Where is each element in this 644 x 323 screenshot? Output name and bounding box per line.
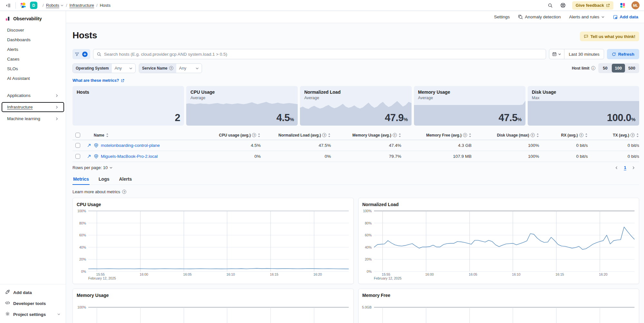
sort-icon[interactable] (106, 133, 109, 137)
kpi-tile-disk-usage[interactable]: Disk UsageMax100.0% (528, 86, 639, 126)
space-badge[interactable]: D (30, 2, 37, 9)
kpi-tile-memory-usage[interactable]: Memory UsageAverage47.5% (414, 86, 525, 126)
kpi-tile-normalized-load[interactable]: Normalized LoadAverage47.9% (300, 86, 411, 126)
sidebar-item-cases[interactable]: Cases (2, 54, 64, 64)
help-icon[interactable] (559, 2, 567, 9)
calendar-button[interactable] (549, 49, 564, 59)
learn-more-link[interactable]: Learn more about metrics ? (72, 189, 126, 194)
sidebar-item-slos[interactable]: SLOs (2, 64, 64, 73)
elastic-logo[interactable] (19, 2, 27, 9)
chart-plot-area[interactable] (88, 302, 349, 323)
kpi-tile-cpu-usage[interactable]: CPU UsageAverage4.5% (186, 86, 298, 126)
row-checkbox[interactable] (75, 154, 80, 159)
page-actions-bar: Settings Anomaly detection Alerts and ru… (66, 11, 644, 23)
chart-plot-area[interactable] (374, 302, 635, 323)
host-name-link[interactable]: motelonboarding-control-plane (101, 143, 160, 148)
breadcrumb-label: Robots (46, 3, 59, 8)
sort-icon[interactable] (636, 133, 639, 137)
chart-plot-area[interactable] (374, 211, 635, 271)
column-header-cpu-usage-avg-[interactable]: CPU usage (avg.)? (190, 133, 261, 138)
sidebar-item-machine-learning[interactable]: Machine learning (2, 114, 64, 123)
search-icon[interactable] (546, 2, 554, 9)
column-header-tx-avg-[interactable]: TX (avg.)? (588, 133, 639, 138)
kpi-unit: % (290, 117, 294, 122)
cell-disk-usage-max-: 100% (472, 154, 539, 159)
external-link-icon (606, 4, 610, 7)
give-feedback-button[interactable]: Give feedback (572, 1, 613, 10)
column-header-label: CPU usage (avg.) (219, 133, 251, 138)
user-avatar[interactable]: ML (631, 1, 639, 9)
host-name-link[interactable]: Miguels-MacBook-Pro-2.local (101, 154, 158, 159)
column-header-memory-usage-avg-[interactable]: Memory Usage (avg.)? (331, 133, 401, 138)
sidebar-item-alerts[interactable]: Alerts (2, 45, 64, 54)
anomaly-detection-button[interactable]: Anomaly detection (518, 14, 561, 19)
chart-plot-area[interactable] (88, 211, 349, 271)
x-tick-label: 15:55 (96, 272, 105, 276)
gear-icon (5, 311, 10, 317)
search-input[interactable] (104, 52, 543, 57)
prev-page-button[interactable] (615, 166, 619, 170)
kpi-tile-hosts[interactable]: Hosts2 (72, 86, 184, 126)
column-header-name[interactable]: Name (94, 133, 190, 138)
sort-icon[interactable] (328, 133, 331, 137)
service-name-filter[interactable]: Service Name ? Any (139, 63, 202, 73)
host-limit-option-500[interactable]: 500 (625, 64, 639, 72)
operating-system-label: Operating System (73, 64, 112, 73)
x-tick-label: 16:20 (599, 272, 607, 276)
sort-icon[interactable] (585, 133, 588, 137)
breadcrumb-robots[interactable]: Robots (46, 3, 64, 8)
filter-pack (72, 49, 90, 59)
breadcrumb-infrastructure[interactable]: Infrastructure (69, 3, 94, 8)
time-range-value[interactable]: Last 30 minutes (564, 52, 603, 57)
sidebar-item-infrastructure[interactable]: Infrastructure (2, 102, 64, 112)
sidebar-footer-developer-tools[interactable]: Developer tools (0, 298, 66, 309)
kpi-subtitle: Average (418, 96, 521, 100)
y-tick-label: 60% (365, 233, 371, 237)
tab-metrics[interactable]: Metrics (72, 175, 90, 185)
what-are-metrics-link[interactable]: What are these metrics? (72, 78, 124, 83)
refresh-button[interactable]: Refresh (607, 49, 639, 59)
menu-collapse-icon[interactable] (5, 2, 12, 9)
rows-per-page[interactable]: Rows per page: 10 (72, 165, 113, 170)
tab-logs[interactable]: Logs (98, 175, 110, 185)
cell-cpu-usage-avg-: 4.5% (190, 143, 261, 148)
breadcrumb-hosts: Hosts (100, 3, 111, 8)
alerts-and-rules-button[interactable]: Alerts and rules (569, 14, 605, 19)
sort-icon[interactable] (468, 133, 472, 137)
table-select-all[interactable] (75, 133, 80, 138)
tab-alerts[interactable]: Alerts (118, 175, 132, 185)
host-limit-option-50[interactable]: 50 (599, 64, 612, 72)
chart-body: 100%80%60%40%20%0% (77, 211, 349, 271)
add-filter-button[interactable] (82, 51, 88, 57)
info-icon: ? (169, 66, 173, 70)
sidebar-item-dashboards[interactable]: Dashboards (2, 35, 64, 44)
sidebar-item-ai-assistant[interactable]: AI Assistant (2, 74, 64, 83)
filter-funnel-icon[interactable] (75, 52, 79, 56)
cell-memory-free-avg-: 107.9 MB (401, 154, 472, 159)
rocket-icon (5, 290, 10, 295)
column-header-memory-free-avg-[interactable]: Memory Free (avg.)? (401, 133, 472, 138)
row-checkbox[interactable] (75, 143, 80, 148)
column-header-rx-avg-[interactable]: RX (avg.)? (539, 133, 588, 138)
add-data-button[interactable]: Add data (613, 14, 638, 19)
tell-us-button[interactable]: Tell us what you think! (580, 32, 639, 41)
operating-system-filter[interactable]: Operating System Any (72, 63, 136, 73)
sort-icon[interactable] (398, 133, 401, 137)
settings-button[interactable]: Settings (494, 14, 510, 19)
chevron-down-icon (57, 312, 61, 317)
next-page-button[interactable] (631, 166, 635, 170)
host-limit-option-100[interactable]: 100 (612, 64, 625, 72)
sort-icon[interactable] (536, 133, 539, 137)
sidebar-footer-add-data[interactable]: Add data (0, 287, 66, 298)
sidebar-footer-project-settings[interactable]: Project settings (0, 309, 66, 320)
page-number[interactable]: 1 (624, 165, 626, 170)
expand-row-icon[interactable] (84, 154, 94, 158)
sidebar-item-discover[interactable]: Discover (2, 25, 64, 35)
column-header-normalized-load-avg-[interactable]: Normalized Load (avg.)? (261, 133, 331, 138)
cell-tx-avg-: 0 bit/s (588, 154, 639, 159)
apps-grid-icon[interactable] (619, 2, 626, 9)
expand-row-icon[interactable] (84, 143, 94, 147)
sort-icon[interactable] (257, 133, 261, 137)
sidebar-item-applications[interactable]: Applications (2, 91, 64, 100)
column-header-disk-usage-max-[interactable]: Disk Usage (max)? (472, 133, 539, 138)
